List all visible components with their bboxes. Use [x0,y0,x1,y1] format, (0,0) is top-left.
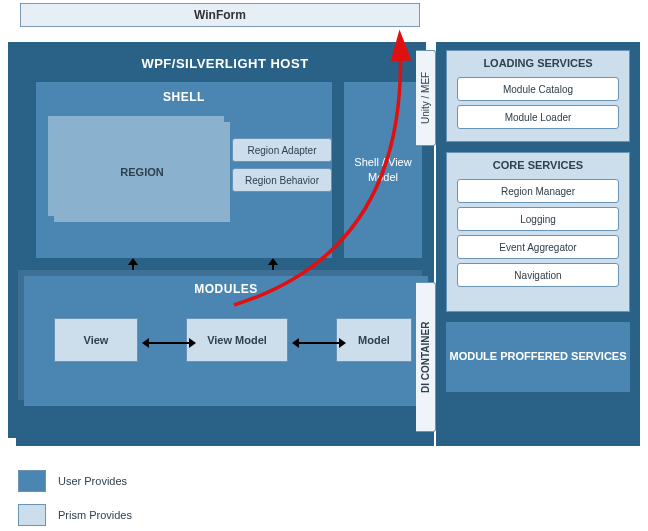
region-behavior-label: Region Behavior [245,175,319,186]
region-adapter-label: Region Adapter [248,145,317,156]
region-block: REGION [54,122,230,222]
svc-module-catalog: Module Catalog [457,77,619,101]
arrow-view-viewmodel-icon [148,342,190,344]
di-container-tab: DI CONTAINER [416,282,436,432]
module-view-box: View [54,318,138,362]
legend-prism-provides: Prism Provides [18,504,238,526]
winform-label: WinForm [20,3,420,27]
right-panel: Unity / MEF DI CONTAINER LOADING SERVICE… [436,42,640,446]
module-viewmodel-label: View Model [207,334,267,346]
module-viewmodel-box: View Model [186,318,288,362]
winform-text: WinForm [194,8,246,22]
module-model-box: Model [336,318,412,362]
svc-region-manager: Region Manager [457,179,619,203]
unity-mef-tab: Unity / MEF [416,50,436,146]
module-proffered-services: MODULE PROFFERED SERVICES [446,322,630,392]
shell-viewmodel-label: Shell / View Model [344,155,422,186]
loading-services-group: LOADING SERVICES Module Catalog Module L… [446,50,630,142]
loading-services-title: LOADING SERVICES [447,51,629,73]
shell-viewmodel-block: Shell / View Model [344,82,422,258]
modules-block: MODULES View View Model Model [24,276,428,406]
svc-navigation: Navigation [457,263,619,287]
module-model-label: Model [358,334,390,346]
legend-user-label: User Provides [58,475,127,487]
svc-event-aggregator: Event Aggregator [457,235,619,259]
legend-user-provides: User Provides [18,470,238,492]
arrow-viewmodel-model-icon [298,342,340,344]
left-stack: WPF/SILVERLIGHT HOST SHELL REGION Region… [8,42,426,440]
module-view-label: View [84,334,109,346]
core-services-title: CORE SERVICES [447,153,629,175]
module-proffered-label: MODULE PROFFERED SERVICES [449,349,626,364]
legend-prism-label: Prism Provides [58,509,132,521]
svc-logging: Logging [457,207,619,231]
core-services-group: CORE SERVICES Region Manager Logging Eve… [446,152,630,312]
region-label: REGION [120,166,163,178]
region-adapter-box: Region Adapter [232,138,332,162]
di-container-label: DI CONTAINER [420,321,431,392]
modules-title: MODULES [24,276,428,296]
region-behavior-box: Region Behavior [232,168,332,192]
shell-title: SHELL [36,82,332,104]
unity-mef-label: Unity / MEF [420,72,431,124]
shell-block: SHELL REGION Region Adapter Region Behav… [36,82,332,258]
legend-prism-swatch [18,504,46,526]
host-title: WPF/SILVERLIGHT HOST [16,50,434,71]
svc-module-loader: Module Loader [457,105,619,129]
host-main: WPF/SILVERLIGHT HOST SHELL REGION Region… [16,50,434,446]
legend-user-swatch [18,470,46,492]
